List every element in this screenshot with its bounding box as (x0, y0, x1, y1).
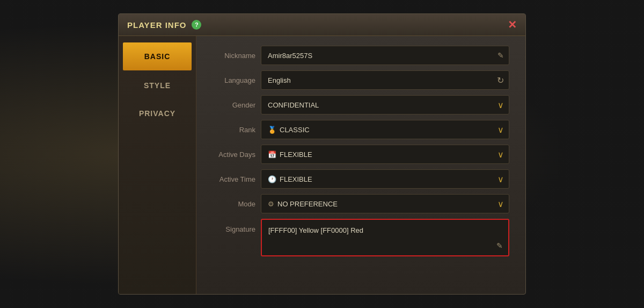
nickname-label: Nickname (207, 52, 255, 60)
title-left: PLAYER INFO ? (127, 20, 201, 30)
active-time-control: 🕐 FLEXIBLE ∨ (261, 169, 509, 189)
active-time-value: FLEXIBLE (280, 175, 312, 183)
title-bar: PLAYER INFO ? ✕ (119, 14, 525, 36)
gender-row: Gender CONFIDENTIAL ∨ (207, 95, 509, 114)
mode-control: ⚙ NO PREFERENCE ∨ (261, 194, 509, 213)
mode-row: Mode ⚙ NO PREFERENCE ∨ (207, 194, 509, 213)
gender-dropdown[interactable]: CONFIDENTIAL (261, 95, 509, 114)
language-refresh-icon: ↻ (497, 75, 504, 85)
rank-prefix-icon: 🏅 (268, 126, 276, 134)
active-time-dropdown[interactable]: 🕐 FLEXIBLE (261, 169, 509, 189)
language-control: English ↻ (261, 70, 509, 90)
rank-dropdown[interactable]: 🏅 CLASSIC (261, 120, 509, 139)
active-days-label: Active Days (207, 151, 255, 159)
rank-value: CLASSIC (280, 126, 310, 134)
active-days-control: 📅 FLEXIBLE ∨ (261, 145, 509, 164)
active-days-value: FLEXIBLE (280, 151, 312, 159)
signature-control: [FFFF00] Yellow [FF0000] Red ✎ (261, 219, 509, 256)
nickname-value: Amir8ar5257S (268, 52, 312, 60)
mode-prefix-icon: ⚙ (268, 200, 274, 208)
sidebar-item-privacy[interactable]: PRIVACY (119, 99, 196, 127)
language-select[interactable]: English (261, 70, 509, 90)
nickname-input[interactable]: Amir8ar5257S (261, 46, 509, 65)
sidebar: BASIC STYLE PRIVACY (119, 36, 196, 294)
active-time-row: Active Time 🕐 FLEXIBLE ∨ (207, 169, 509, 189)
help-icon[interactable]: ? (192, 20, 201, 30)
nickname-edit-icon: ✎ (497, 51, 504, 60)
dialog-title: PLAYER INFO (127, 20, 186, 30)
rank-control: 🏅 CLASSIC ∨ (261, 120, 509, 139)
active-time-prefix-icon: 🕐 (268, 175, 276, 183)
nickname-control: Amir8ar5257S ✎ (261, 46, 509, 65)
sidebar-item-basic[interactable]: BASIC (123, 42, 192, 70)
gender-chevron-icon: ∨ (497, 100, 504, 110)
active-days-row: Active Days 📅 FLEXIBLE ∨ (207, 145, 509, 164)
signature-value: [FFFF00] Yellow [FF0000] Red (268, 226, 363, 234)
signature-input[interactable]: [FFFF00] Yellow [FF0000] Red ✎ (261, 219, 509, 256)
signature-edit-icon: ✎ (496, 241, 503, 250)
dialog-body: BASIC STYLE PRIVACY Nickname Amir8ar5257… (119, 36, 525, 294)
signature-label: Signature (207, 219, 255, 233)
gender-label: Gender (207, 101, 255, 109)
mode-dropdown[interactable]: ⚙ NO PREFERENCE (261, 194, 509, 213)
gender-control: CONFIDENTIAL ∨ (261, 95, 509, 114)
gender-value: CONFIDENTIAL (268, 101, 319, 109)
active-time-chevron-icon: ∨ (497, 174, 504, 184)
player-info-dialog: PLAYER INFO ? ✕ BASIC STYLE PRIVACY Nick… (118, 13, 526, 295)
mode-value: NO PREFERENCE (277, 200, 338, 208)
mode-chevron-icon: ∨ (497, 199, 504, 209)
language-value: English (268, 76, 291, 84)
content-area: Nickname Amir8ar5257S ✎ Language English… (196, 36, 525, 294)
active-time-label: Active Time (207, 175, 255, 183)
language-label: Language (207, 76, 255, 84)
rank-label: Rank (207, 126, 255, 134)
language-row: Language English ↻ (207, 70, 509, 90)
active-days-chevron-icon: ∨ (497, 149, 504, 160)
rank-chevron-icon: ∨ (497, 125, 504, 135)
rank-row: Rank 🏅 CLASSIC ∨ (207, 120, 509, 139)
active-days-prefix-icon: 📅 (268, 151, 276, 159)
close-button[interactable]: ✕ (508, 19, 517, 30)
mode-label: Mode (207, 200, 255, 208)
signature-row: Signature [FFFF00] Yellow [FF0000] Red ✎ (207, 219, 509, 256)
active-days-dropdown[interactable]: 📅 FLEXIBLE (261, 145, 509, 164)
sidebar-item-style[interactable]: STYLE (119, 71, 196, 99)
nickname-row: Nickname Amir8ar5257S ✎ (207, 46, 509, 65)
